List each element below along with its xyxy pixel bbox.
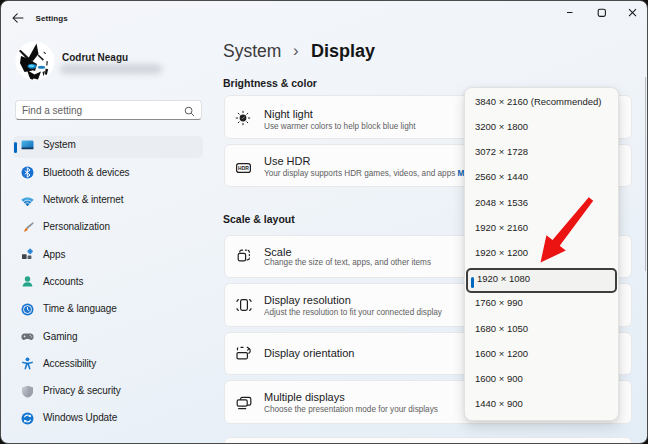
svg-text:HDR: HDR (238, 165, 249, 171)
